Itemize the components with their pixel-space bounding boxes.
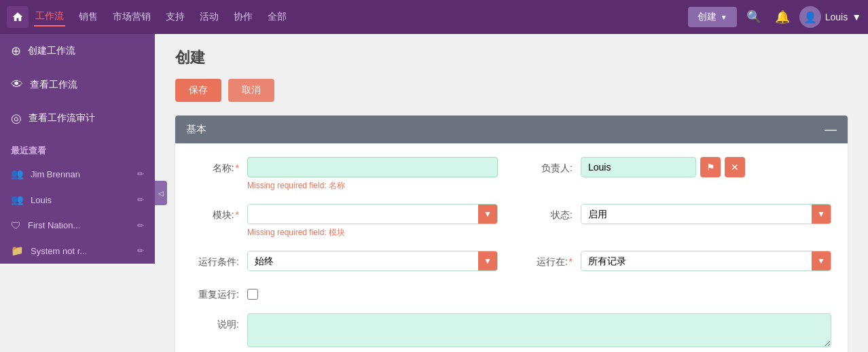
- edit-icon-firstnation[interactable]: ✏: [137, 221, 144, 230]
- form-row-condition-runon: 运行条件: 始终 ▼ 运行在:: [192, 251, 831, 271]
- nav-item-activity[interactable]: 活动: [198, 8, 220, 26]
- save-button[interactable]: 保存: [175, 79, 221, 102]
- nav-item-sales[interactable]: 销售: [77, 8, 99, 26]
- nav-item-marketing[interactable]: 市场营销: [111, 8, 152, 26]
- nav-item-collaborate[interactable]: 协作: [232, 8, 254, 26]
- name-input[interactable]: [247, 157, 498, 177]
- edit-icon-jim[interactable]: ✏: [137, 169, 144, 179]
- create-dropdown-arrow: ▼: [721, 14, 727, 21]
- main-content: 创建 保存 取消 基本 — 名称: Missing required field: [155, 34, 868, 352]
- sidebar-wrapper: ⊕ 创建工作流 👁 查看工作流 ◎ 查看工作流审计 最近查看 👥 Jim Bre…: [0, 34, 155, 352]
- home-icon[interactable]: [7, 6, 29, 28]
- repeat-label: 重复运行:: [192, 283, 239, 301]
- create-button[interactable]: 创建 ▼: [688, 7, 737, 27]
- module-select-arrow[interactable]: ▼: [478, 205, 497, 224]
- action-buttons: 保存 取消: [175, 79, 848, 102]
- user-menu[interactable]: 👤 Louis ▼: [799, 6, 861, 28]
- sidebar-workflow-audit-label: 查看工作流审计: [29, 112, 95, 124]
- page-title: 创建: [175, 48, 848, 68]
- status-select-arrow[interactable]: ▼: [812, 205, 831, 224]
- nav-menu: 工作流 销售 市场营销 支持 活动 协作 全部: [34, 7, 688, 27]
- create-button-label: 创建: [698, 11, 717, 23]
- section-header: 基本 —: [175, 116, 848, 143]
- owner-field-wrap: ⚑ ✕: [581, 157, 831, 177]
- owner-input[interactable]: [581, 157, 696, 177]
- user-avatar: 👤: [799, 6, 821, 28]
- sidebar-create-workflow-label: 创建工作流: [28, 45, 75, 57]
- form-group-name: 名称: Missing required field: 名称: [192, 157, 498, 192]
- sidebar-collapse-button[interactable]: ◁: [155, 181, 167, 205]
- form-group-run-condition: 运行条件: 始终 ▼: [192, 251, 498, 271]
- module-field-wrap: ▼ Missing required field: 模块: [247, 204, 498, 239]
- shield-icon: 🛡: [11, 219, 21, 231]
- user-name: Louis: [825, 12, 848, 22]
- run-condition-field-wrap: 始终 ▼: [247, 251, 498, 271]
- recent-item-louis[interactable]: 👥 Louis ✏: [0, 187, 155, 213]
- module-select-wrap: ▼: [247, 204, 498, 224]
- name-field-wrap: Missing required field: 名称: [247, 157, 498, 192]
- name-label: 名称:: [192, 157, 239, 175]
- form-row-module-status: 模块: ▼ Missing required field: 模块: [192, 204, 831, 239]
- run-on-select-wrap: 所有记录 ▼: [581, 251, 831, 271]
- name-error-message: Missing required field: 名称: [247, 180, 498, 192]
- sidebar-item-view-workflow[interactable]: 👁 查看工作流: [0, 68, 155, 101]
- description-textarea[interactable]: [247, 313, 831, 347]
- repeat-checkbox[interactable]: [247, 289, 258, 300]
- nav-item-all[interactable]: 全部: [266, 8, 288, 26]
- main-layout: ⊕ 创建工作流 👁 查看工作流 ◎ 查看工作流审计 最近查看 👥 Jim Bre…: [0, 34, 868, 352]
- sidebar: ⊕ 创建工作流 👁 查看工作流 ◎ 查看工作流审计 最近查看 👥 Jim Bre…: [0, 34, 155, 264]
- people-icon-jim: 👥: [11, 168, 24, 180]
- eye-icon: 👁: [11, 77, 23, 92]
- status-field-wrap: 启用 ▼: [581, 204, 831, 224]
- module-select[interactable]: [248, 205, 478, 224]
- nav-item-support[interactable]: 支持: [164, 8, 186, 26]
- chart-icon: ◎: [11, 111, 22, 126]
- form-group-description: 说明:: [192, 313, 831, 347]
- form-row-name-owner: 名称: Missing required field: 名称 负责人: ⚑: [192, 157, 831, 192]
- run-on-field-wrap: 所有记录 ▼: [581, 251, 831, 271]
- recent-item-firstnation[interactable]: 🛡 First Nation... ✏: [0, 213, 155, 238]
- section-body: 名称: Missing required field: 名称 负责人: ⚑: [175, 143, 848, 352]
- nav-right-actions: 创建 ▼ 🔍 🔔 👤 Louis ▼: [688, 5, 861, 29]
- edit-icon-system[interactable]: ✏: [137, 246, 144, 256]
- form-row-repeat: 重复运行:: [192, 283, 831, 301]
- top-navigation: 工作流 销售 市场营销 支持 活动 协作 全部 创建 ▼ 🔍 🔔 👤 Louis…: [0, 0, 868, 34]
- section-collapse-button[interactable]: —: [825, 122, 837, 137]
- search-button[interactable]: 🔍: [742, 5, 765, 29]
- people-icon-louis: 👥: [11, 194, 24, 206]
- form-group-run-on: 运行在: 所有记录 ▼: [525, 251, 831, 271]
- basic-section-panel: 基本 — 名称: Missing required field: 名称: [175, 116, 848, 352]
- description-label: 说明:: [192, 313, 239, 331]
- recent-item-louis-label: Louis: [31, 195, 52, 205]
- form-group-owner: 负责人: ⚑ ✕: [525, 157, 831, 177]
- status-label: 状态:: [525, 204, 573, 222]
- folder-icon: 📁: [11, 245, 24, 257]
- recent-item-system[interactable]: 📁 System not r... ✏: [0, 238, 155, 264]
- owner-remove-button[interactable]: ✕: [725, 157, 745, 177]
- recent-section-title: 最近查看: [0, 135, 155, 161]
- recent-item-jim[interactable]: 👥 Jim Brennan ✏: [0, 161, 155, 187]
- run-condition-label: 运行条件:: [192, 251, 239, 268]
- sidebar-item-create-workflow[interactable]: ⊕ 创建工作流: [0, 34, 155, 68]
- cancel-button[interactable]: 取消: [228, 79, 274, 102]
- recent-item-jim-label: Jim Brennan: [31, 169, 80, 179]
- owner-input-group: ⚑ ✕: [581, 157, 831, 177]
- owner-bookmark-button[interactable]: ⚑: [700, 157, 721, 177]
- run-on-select[interactable]: 所有记录: [581, 251, 812, 270]
- sidebar-item-workflow-audit[interactable]: ◎ 查看工作流审计: [0, 101, 155, 135]
- run-condition-select[interactable]: 始终: [248, 251, 478, 270]
- nav-item-workflow[interactable]: 工作流: [34, 7, 65, 27]
- form-group-module: 模块: ▼ Missing required field: 模块: [192, 204, 498, 239]
- run-condition-select-arrow[interactable]: ▼: [478, 251, 497, 270]
- edit-icon-louis[interactable]: ✏: [137, 195, 144, 205]
- status-select-wrap: 启用 ▼: [581, 204, 831, 224]
- status-select[interactable]: 启用: [581, 205, 812, 224]
- run-on-select-arrow[interactable]: ▼: [812, 251, 831, 270]
- recent-item-system-label: System not r...: [31, 246, 87, 256]
- notification-button[interactable]: 🔔: [771, 5, 794, 29]
- repeat-field-wrap: [247, 283, 498, 300]
- plus-circle-icon: ⊕: [11, 43, 21, 58]
- recent-item-firstnation-label: First Nation...: [28, 220, 80, 230]
- owner-label: 负责人:: [525, 157, 573, 175]
- section-title: 基本: [186, 123, 206, 136]
